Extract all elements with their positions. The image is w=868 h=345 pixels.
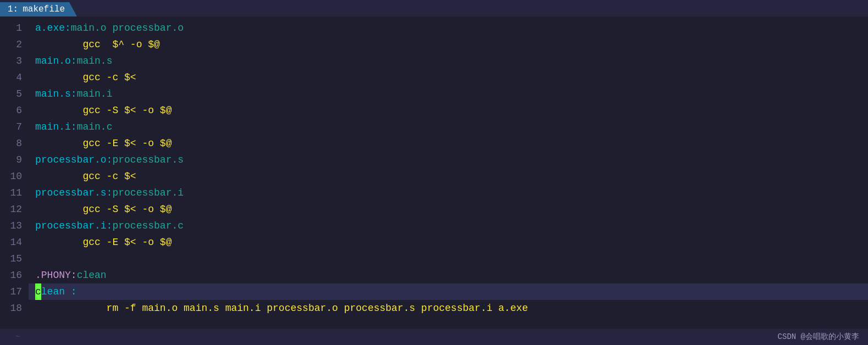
line-num-4: 4	[4, 69, 22, 86]
line-num-15: 15	[4, 251, 22, 267]
code-token: processbar.s	[112, 154, 184, 165]
line-num-14: 14	[4, 234, 22, 251]
code-token: gcc -S $< -o $@	[35, 204, 172, 215]
tab-filename: makefile	[23, 4, 65, 14]
tab-number: 1:	[8, 4, 18, 14]
status-bar: ~ CSDN @会唱歌的小黄李	[0, 329, 868, 345]
code-line-4: gcc -c $<	[29, 69, 868, 86]
line-num-9: 9	[4, 152, 22, 168]
code-token: gcc $^ -o $@	[35, 39, 160, 50]
code-line-2: gcc $^ -o $@	[29, 36, 868, 53]
line-numbers: 1 2 3 4 5 6 7 8 9 10 11 12 13 14 15 16 1…	[0, 16, 29, 329]
code-token: processbar.c	[112, 220, 184, 231]
code-token: gcc -E $< -o $@	[35, 138, 172, 149]
editor-container: 1: makefile 1 2 3 4 5 6 7 8 9 10 11 12 1…	[0, 0, 868, 345]
code-line-14: gcc -E $< -o $@	[29, 234, 868, 251]
code-line-12: gcc -S $< -o $@	[29, 201, 868, 218]
line-num-10: 10	[4, 168, 22, 185]
tab-bar: 1: makefile	[0, 0, 868, 16]
code-token: .PHONY:	[35, 270, 77, 281]
code-line-7: main.i:main.c	[29, 119, 868, 135]
code-token: main.s	[77, 55, 113, 66]
code-token: processbar.o:	[35, 154, 112, 165]
code-line-13: processbar.i:processbar.c	[29, 218, 868, 234]
code-line-3: main.o:main.s	[29, 53, 868, 69]
code-line-8: gcc -E $< -o $@	[29, 135, 868, 152]
code-line-1: a.exe:main.o processbar.o	[29, 20, 868, 36]
code-line-17: clean :	[29, 283, 868, 300]
code-line-5: main.s:main.i	[29, 86, 868, 102]
code-line-11: processbar.s:processbar.i	[29, 185, 868, 201]
code-line-18: rm -f main.o main.s main.i processbar.o …	[29, 300, 868, 316]
line-num-8: 8	[4, 135, 22, 152]
code-line-10: gcc -c $<	[29, 168, 868, 185]
line-num-6: 6	[4, 102, 22, 119]
code-token: rm -f main.o main.s main.i processbar.o …	[35, 303, 528, 314]
code-token: a.exe:	[35, 23, 71, 34]
code-token: gcc -E $< -o $@	[35, 237, 172, 248]
code-token: gcc -S $< -o $@	[35, 105, 172, 116]
line-num-7: 7	[4, 119, 22, 135]
code-token: main.o:	[35, 55, 77, 66]
code-token: processbar.i:	[35, 220, 112, 231]
code-line-9: processbar.o:processbar.s	[29, 152, 868, 168]
code-token: main.o processbar.o	[71, 23, 184, 34]
file-tab[interactable]: 1: makefile	[0, 2, 77, 16]
cursor: c	[35, 283, 41, 300]
line-num-13: 13	[4, 218, 22, 234]
code-line-16: .PHONY:clean	[29, 267, 868, 283]
code-line-6: gcc -S $< -o $@	[29, 102, 868, 119]
line-num-18: 18	[4, 300, 22, 316]
code-token: main.s:	[35, 88, 77, 99]
code-token: main.c	[77, 121, 113, 132]
line-num-17: 17	[4, 283, 22, 300]
line-num-3: 3	[4, 53, 22, 69]
code-content[interactable]: a.exe:main.o processbar.o gcc $^ -o $@ m…	[29, 16, 868, 329]
line-num-5: 5	[4, 86, 22, 102]
code-token: main.i	[77, 88, 113, 99]
line-num-1: 1	[4, 20, 22, 36]
code-token: processbar.i	[112, 187, 184, 198]
watermark-text: CSDN @会唱歌的小黄李	[778, 332, 859, 342]
code-line-15	[29, 251, 868, 267]
code-token: gcc -c $<	[35, 72, 136, 83]
line-num-16: 16	[4, 267, 22, 283]
line-num-2: 2	[4, 36, 22, 53]
code-token: lean :	[41, 286, 77, 297]
code-token: main.i:	[35, 121, 77, 132]
line-num-12: 12	[4, 201, 22, 218]
line-num-11: 11	[4, 185, 22, 201]
code-token: gcc -c $<	[35, 171, 136, 182]
code-token: processbar.s:	[35, 187, 112, 198]
tilde-indicator: ~	[9, 329, 26, 345]
code-area: 1 2 3 4 5 6 7 8 9 10 11 12 13 14 15 16 1…	[0, 16, 868, 329]
code-token: clean	[77, 270, 107, 281]
